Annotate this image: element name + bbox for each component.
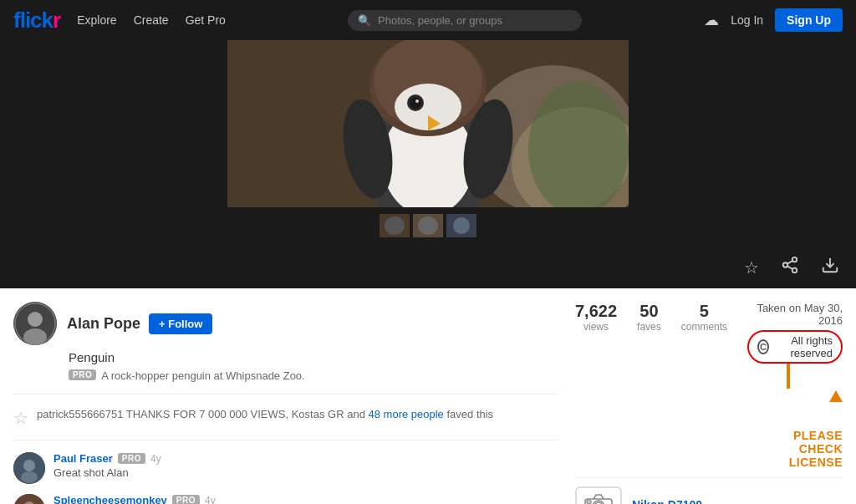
faved-names[interactable]: patrick555666751 THANKS FOR 7 000 000 VI… xyxy=(37,408,344,420)
comments-count: 5 xyxy=(681,302,727,321)
pro-badge: PRO xyxy=(69,369,96,380)
search-box[interactable]: 🔍 xyxy=(348,10,582,31)
avatar-svg-1 xyxy=(13,452,45,484)
download-button[interactable] xyxy=(818,252,843,282)
search-icon: 🔍 xyxy=(358,14,371,27)
thumbnails-strip xyxy=(380,214,476,237)
favorite-button[interactable]: ☆ xyxy=(741,254,762,281)
follow-button[interactable]: + Follow xyxy=(149,313,212,334)
comment-time-2: 4y xyxy=(205,495,216,505)
share-icon xyxy=(781,256,799,274)
commenter-avatar-1[interactable] xyxy=(13,452,45,484)
svg-point-32 xyxy=(21,471,38,483)
upload-icon[interactable]: ☁ xyxy=(704,11,719,29)
faved-end: faved this xyxy=(446,408,493,420)
nav-create[interactable]: Create xyxy=(134,13,169,27)
thumbnail-2[interactable] xyxy=(413,214,443,237)
comment-header-2: Spleencheesemonkey PRO 4y xyxy=(54,494,558,504)
signup-button[interactable]: Sign Up xyxy=(775,8,843,32)
search-container: 🔍 xyxy=(242,10,687,31)
commenter-pro-1: PRO xyxy=(118,453,145,464)
author-row: Alan Pope + Follow xyxy=(67,313,212,334)
right-divider-1 xyxy=(575,477,843,478)
comment-time-1: 4y xyxy=(150,453,161,465)
login-button[interactable]: Log In xyxy=(731,13,763,27)
svg-point-19 xyxy=(453,217,470,234)
comment-header-1: Paul Fraser PRO 4y xyxy=(54,452,558,465)
faved-and: and xyxy=(347,408,368,420)
star-icon: ☆ xyxy=(13,408,28,428)
download-icon xyxy=(821,256,839,274)
annotation-container: PLEASE CHECK LICENSE xyxy=(747,364,843,469)
author-info: Alan Pope + Follow xyxy=(67,313,212,334)
photo-action-bar: ☆ xyxy=(0,246,856,288)
svg-rect-39 xyxy=(587,501,591,503)
stat-comments: 5 comments xyxy=(681,302,727,333)
license-badge[interactable]: C All rights reserved xyxy=(747,330,843,364)
svg-point-10 xyxy=(415,99,419,103)
navbar-actions: ☁ Log In Sign Up xyxy=(704,8,843,32)
thumbnail-1[interactable] xyxy=(380,214,410,237)
author-name: Alan Pope xyxy=(67,315,140,333)
taken-info: Taken on May 30, 2016 C All rights reser… xyxy=(747,302,843,469)
faved-more-link[interactable]: 48 more people xyxy=(369,408,444,420)
svg-point-21 xyxy=(783,262,788,267)
arrow-head xyxy=(829,390,843,402)
svg-point-17 xyxy=(418,216,438,235)
thumbnail-3[interactable] xyxy=(446,214,476,237)
comment-2: Spleencheesemonkey PRO 4y What a great e… xyxy=(13,494,558,504)
svg-point-15 xyxy=(385,216,405,235)
comment-body-2: Spleencheesemonkey PRO 4y What a great e… xyxy=(54,494,558,504)
views-label: views xyxy=(575,321,617,333)
navbar: flickr Explore Create Get Pro 🔍 ☁ Log In… xyxy=(0,0,856,40)
faves-label: faves xyxy=(637,321,661,333)
photo-title: Penguin xyxy=(69,350,558,364)
flickr-logo[interactable]: flickr xyxy=(13,8,60,33)
photo-desc: A rock-hopper penguin at Whipsnade Zoo. xyxy=(101,369,305,382)
divider-1 xyxy=(13,394,558,395)
commenter-name-2[interactable]: Spleencheesemonkey xyxy=(54,494,167,504)
svg-line-23 xyxy=(787,266,792,269)
copyright-symbol: C xyxy=(760,342,767,352)
stats-row: 7,622 views 50 faves 5 comments Taken on… xyxy=(575,302,843,469)
arrow-stem xyxy=(787,364,790,389)
comments-label: comments xyxy=(681,321,727,333)
svg-point-22 xyxy=(792,268,797,273)
pro-row: PRO A rock-hopper penguin at Whipsnade Z… xyxy=(69,368,558,382)
photo-area xyxy=(0,40,856,246)
divider-2 xyxy=(13,440,558,440)
faved-section: ☆ patrick555666751 THANKS FOR 7 000 000 … xyxy=(13,406,558,428)
photo-wrapper: ☆ xyxy=(0,40,856,288)
commenter-avatar-2[interactable] xyxy=(13,494,45,504)
license-text: All rights reserved xyxy=(773,334,833,359)
avatar[interactable] xyxy=(13,302,57,345)
share-button[interactable] xyxy=(777,252,802,282)
camera-model[interactable]: Nikon D7100 xyxy=(632,498,702,504)
faved-text: patrick555666751 THANKS FOR 7 000 000 VI… xyxy=(37,406,493,423)
svg-point-9 xyxy=(410,97,421,109)
logo-r: r xyxy=(53,8,60,33)
nav-getpro[interactable]: Get Pro xyxy=(186,13,226,27)
views-count: 7,622 xyxy=(575,302,617,321)
copyright-icon: C xyxy=(757,339,769,354)
comment-body-1: Paul Fraser PRO 4y Great shot Alan xyxy=(54,452,558,484)
search-input[interactable] xyxy=(378,14,545,27)
stat-views: 7,622 views xyxy=(575,302,617,333)
photo-svg xyxy=(227,40,629,207)
commenter-pro-2: PRO xyxy=(172,495,200,504)
camera-svg xyxy=(583,493,614,504)
stat-faves: 50 faves xyxy=(637,302,661,333)
commenter-name-1[interactable]: Paul Fraser xyxy=(54,452,113,465)
comment-text-1: Great shot Alan xyxy=(54,466,558,479)
nav-explore[interactable]: Explore xyxy=(77,13,116,27)
svg-point-31 xyxy=(23,460,35,471)
avatar-svg-2 xyxy=(13,494,45,504)
license-area: C All rights reserved PLEASE CHECK LICEN… xyxy=(747,327,843,469)
comment-1: Paul Fraser PRO 4y Great shot Alan xyxy=(13,452,558,484)
logo-flick: flick xyxy=(13,8,53,33)
right-panel: 7,622 views 50 faves 5 comments Taken on… xyxy=(575,302,843,504)
camera-section: Nikon D7100 xyxy=(575,486,843,504)
content-area: Alan Pope + Follow Penguin PRO A rock-ho… xyxy=(0,288,856,504)
faves-count: 50 xyxy=(637,302,661,321)
svg-line-24 xyxy=(787,261,792,264)
